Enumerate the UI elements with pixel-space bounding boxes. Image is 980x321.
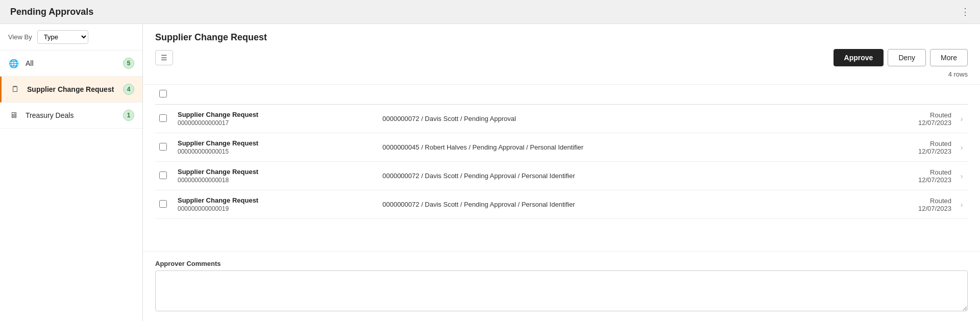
record-id-1: 000000000000015 [178, 148, 374, 155]
view-by-select[interactable]: Type Date Status [37, 30, 88, 44]
record-status-2: Routed 12/07/2023 [860, 162, 955, 190]
record-status-1: Routed 12/07/2023 [860, 133, 955, 162]
table-row[interactable]: Supplier Change Request 000000000000015 … [155, 133, 968, 162]
main-layout: View By Type Date Status 🌐 All 5 🗒 Suppl… [0, 24, 980, 321]
sidebar-item-all-label: All [26, 59, 117, 67]
action-buttons: Approve Deny More [834, 49, 968, 66]
toolbar-row: ☰ Approve Deny More [155, 49, 968, 66]
rows-count: 4 rows [155, 68, 968, 80]
row-chevron-2[interactable]: › [955, 162, 968, 190]
content-header: Supplier Change Request ☰ Approve Deny M… [143, 24, 980, 85]
more-options-icon[interactable]: ⋮ [961, 6, 970, 17]
table-row[interactable]: Supplier Change Request 000000000000018 … [155, 162, 968, 190]
view-by-label: View By [8, 33, 32, 41]
record-info-1: 0000000045 / Robert Halves / Pending App… [382, 143, 856, 151]
record-type-3: Supplier Change Request [178, 196, 374, 204]
row-chevron-3[interactable]: › [955, 190, 968, 219]
row-chevron-1[interactable]: › [955, 133, 968, 162]
sidebar-item-supplier-label: Supplier Change Request [27, 85, 117, 93]
record-type-1: Supplier Change Request [178, 139, 374, 147]
record-info-3: 0000000072 / Davis Scott / Pending Appro… [382, 201, 856, 208]
record-id-2: 000000000000018 [178, 177, 374, 184]
sidebar-item-treasury-label: Treasury Deals [26, 111, 117, 119]
approver-comments-label: Approver Comments [155, 260, 968, 267]
data-table: Supplier Change Request 000000000000017 … [155, 85, 968, 219]
content-title: Supplier Change Request [155, 32, 968, 43]
deny-button[interactable]: Deny [888, 49, 926, 66]
sidebar-item-supplier-change-request[interactable]: 🗒 Supplier Change Request 4 [0, 77, 142, 103]
approver-section: Approver Comments [143, 251, 980, 321]
table-row[interactable]: Supplier Change Request 000000000000019 … [155, 190, 968, 219]
record-status-0: Routed 12/07/2023 [860, 105, 955, 133]
sidebar-item-all-badge: 5 [123, 58, 134, 69]
row-checkbox-3[interactable] [159, 200, 167, 208]
table-row[interactable]: Supplier Change Request 000000000000017 … [155, 105, 968, 133]
record-info-2: 0000000072 / Davis Scott / Pending Appro… [382, 172, 856, 180]
globe-icon: 🌐 [8, 58, 19, 69]
page-header: Pending Approvals ⋮ [0, 0, 980, 24]
record-id-3: 000000000000019 [178, 205, 374, 212]
approve-button[interactable]: Approve [834, 49, 884, 66]
record-info-0: 0000000072 / Davis Scott / Pending Appro… [382, 115, 856, 122]
monitor-icon: 🖥 [8, 110, 19, 121]
more-button[interactable]: More [930, 49, 968, 66]
sidebar-item-treasury-badge: 1 [123, 110, 134, 121]
approver-comments-textarea[interactable] [155, 270, 968, 311]
record-type-0: Supplier Change Request [178, 111, 374, 118]
record-id-0: 000000000000017 [178, 119, 374, 127]
record-status-3: Routed 12/07/2023 [860, 190, 955, 219]
filter-icon: ☰ [161, 54, 167, 62]
document-icon: 🗒 [10, 84, 21, 95]
main-content: Supplier Change Request ☰ Approve Deny M… [143, 24, 980, 321]
view-by-row: View By Type Date Status [0, 24, 142, 51]
sidebar-item-all[interactable]: 🌐 All 5 [0, 51, 142, 77]
filter-button[interactable]: ☰ [155, 50, 173, 65]
sidebar-item-supplier-badge: 4 [123, 84, 134, 95]
row-chevron-0[interactable]: › [955, 105, 968, 133]
select-all-checkbox[interactable] [159, 90, 167, 97]
row-checkbox-1[interactable] [159, 143, 167, 151]
row-checkbox-2[interactable] [159, 171, 167, 179]
table-container: Supplier Change Request 000000000000017 … [143, 85, 980, 251]
page-container: Pending Approvals ⋮ View By Type Date St… [0, 0, 980, 321]
sidebar: View By Type Date Status 🌐 All 5 🗒 Suppl… [0, 24, 143, 321]
page-title: Pending Approvals [10, 7, 93, 17]
row-checkbox-0[interactable] [159, 114, 167, 122]
sidebar-item-treasury-deals[interactable]: 🖥 Treasury Deals 1 [0, 103, 142, 129]
record-type-2: Supplier Change Request [178, 168, 374, 176]
